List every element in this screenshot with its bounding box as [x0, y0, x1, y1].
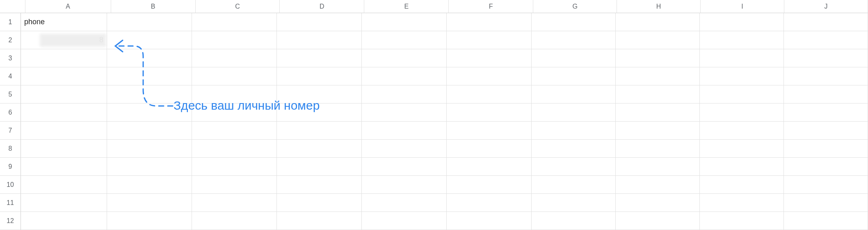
cell-J11[interactable]	[784, 194, 868, 212]
cell-E11[interactable]	[362, 194, 447, 212]
cell-B1[interactable]	[107, 13, 192, 31]
cell-C9[interactable]	[192, 158, 277, 176]
cell-B8[interactable]	[107, 140, 192, 158]
cell-E5[interactable]	[362, 85, 447, 104]
cell-H9[interactable]	[616, 158, 700, 176]
row-header-3[interactable]: 3	[0, 49, 21, 67]
row-header-11[interactable]: 11	[0, 194, 21, 212]
cell-F9[interactable]	[447, 158, 532, 176]
cell-G1[interactable]	[532, 13, 616, 31]
cell-E10[interactable]	[362, 176, 447, 194]
cell-D5[interactable]	[277, 85, 362, 104]
cell-H12[interactable]	[616, 212, 700, 230]
cell-A12[interactable]	[21, 212, 107, 230]
cell-G7[interactable]	[532, 122, 616, 140]
cell-C5[interactable]	[192, 85, 277, 104]
cell-D6[interactable]	[277, 104, 362, 122]
cell-J3[interactable]	[784, 49, 868, 67]
cell-I12[interactable]	[700, 212, 784, 230]
cell-G3[interactable]	[532, 49, 616, 67]
row-header-12[interactable]: 12	[0, 212, 21, 230]
cell-F4[interactable]	[447, 67, 532, 85]
cell-D4[interactable]	[277, 67, 362, 85]
cell-D12[interactable]	[277, 212, 362, 230]
column-header-E[interactable]: E	[364, 0, 449, 13]
cell-J5[interactable]	[784, 85, 868, 104]
cell-J1[interactable]	[784, 13, 868, 31]
cell-J12[interactable]	[784, 212, 868, 230]
cell-H5[interactable]	[616, 85, 700, 104]
cell-I7[interactable]	[700, 122, 784, 140]
cell-J8[interactable]	[784, 140, 868, 158]
cell-A7[interactable]	[21, 122, 107, 140]
row-header-5[interactable]: 5	[0, 85, 21, 104]
cell-H6[interactable]	[616, 104, 700, 122]
cell-C12[interactable]	[192, 212, 277, 230]
column-header-H[interactable]: H	[617, 0, 701, 13]
cell-G12[interactable]	[532, 212, 616, 230]
cell-D8[interactable]	[277, 140, 362, 158]
cell-E6[interactable]	[362, 104, 447, 122]
cell-C6[interactable]	[192, 104, 277, 122]
cell-G4[interactable]	[532, 67, 616, 85]
row-header-4[interactable]: 4	[0, 67, 21, 85]
cell-G5[interactable]	[532, 85, 616, 104]
cell-D11[interactable]	[277, 194, 362, 212]
cell-D7[interactable]	[277, 122, 362, 140]
cell-I1[interactable]	[700, 13, 784, 31]
cell-I10[interactable]	[700, 176, 784, 194]
cell-A11[interactable]	[21, 194, 107, 212]
row-header-8[interactable]: 8	[0, 140, 21, 158]
cell-C8[interactable]	[192, 140, 277, 158]
cell-B4[interactable]	[107, 67, 192, 85]
cell-J6[interactable]	[784, 104, 868, 122]
cell-C7[interactable]	[192, 122, 277, 140]
cell-E1[interactable]	[362, 13, 447, 31]
column-header-C[interactable]: C	[196, 0, 280, 13]
cell-H8[interactable]	[616, 140, 700, 158]
cell-G6[interactable]	[532, 104, 616, 122]
cell-F3[interactable]	[447, 49, 532, 67]
cell-D1[interactable]	[277, 13, 362, 31]
cell-B11[interactable]	[107, 194, 192, 212]
cell-G8[interactable]	[532, 140, 616, 158]
cell-G11[interactable]	[532, 194, 616, 212]
cell-J4[interactable]	[784, 67, 868, 85]
column-header-A[interactable]: A	[25, 0, 111, 13]
cell-I4[interactable]	[700, 67, 784, 85]
cell-B2[interactable]	[107, 31, 192, 49]
column-header-F[interactable]: F	[449, 0, 533, 13]
cell-B5[interactable]	[107, 85, 192, 104]
row-header-1[interactable]: 1	[0, 13, 21, 31]
cell-I5[interactable]	[700, 85, 784, 104]
cell-A9[interactable]	[21, 158, 107, 176]
cell-E12[interactable]	[362, 212, 447, 230]
cell-A8[interactable]	[21, 140, 107, 158]
cell-B9[interactable]	[107, 158, 192, 176]
cell-C10[interactable]	[192, 176, 277, 194]
cell-A4[interactable]	[21, 67, 107, 85]
column-header-D[interactable]: D	[280, 0, 364, 13]
cell-I6[interactable]	[700, 104, 784, 122]
cell-I8[interactable]	[700, 140, 784, 158]
cell-D3[interactable]	[277, 49, 362, 67]
cell-J2[interactable]	[784, 31, 868, 49]
cell-B10[interactable]	[107, 176, 192, 194]
cell-F11[interactable]	[447, 194, 532, 212]
cell-E3[interactable]	[362, 49, 447, 67]
cell-C2[interactable]	[192, 31, 277, 49]
cell-D9[interactable]	[277, 158, 362, 176]
column-header-G[interactable]: G	[533, 0, 617, 13]
cell-G2[interactable]	[532, 31, 616, 49]
cell-C3[interactable]	[192, 49, 277, 67]
cell-H3[interactable]	[616, 49, 700, 67]
cell-H11[interactable]	[616, 194, 700, 212]
cell-B3[interactable]	[107, 49, 192, 67]
cell-A5[interactable]	[21, 85, 107, 104]
cell-A6[interactable]	[21, 104, 107, 122]
cell-D2[interactable]	[277, 31, 362, 49]
column-header-B[interactable]: B	[111, 0, 196, 13]
cell-F6[interactable]	[447, 104, 532, 122]
cell-A1[interactable]: phone	[21, 13, 107, 31]
cell-J7[interactable]	[784, 122, 868, 140]
